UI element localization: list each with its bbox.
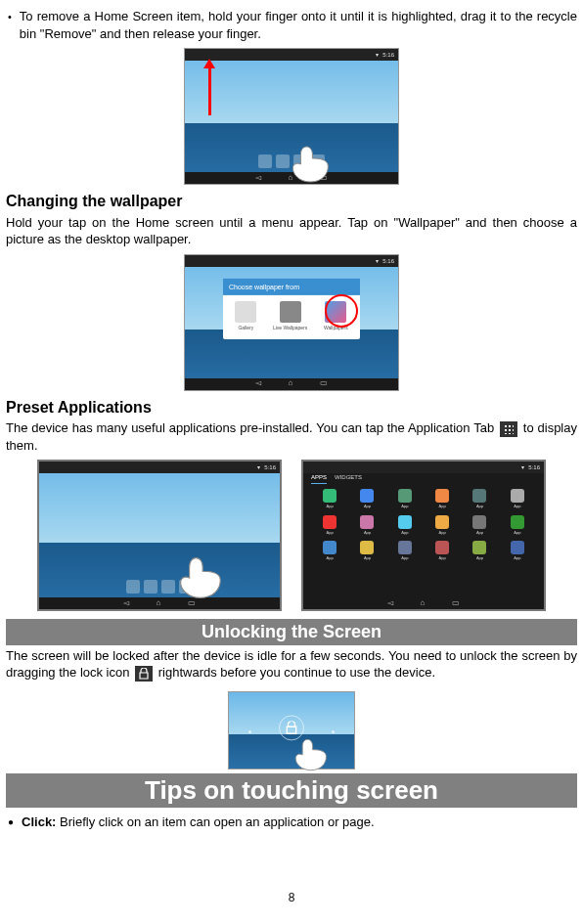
red-up-arrow xyxy=(208,66,211,115)
app-item: App xyxy=(388,489,422,508)
preset-text-before: The device has many useful applications … xyxy=(6,420,498,435)
unlocking-text-after: rightwards before you continue to use th… xyxy=(158,665,435,680)
apps-grid: App App App App App App App App App App … xyxy=(313,489,534,560)
dock-icon xyxy=(258,154,272,168)
recent-icon: ▭ xyxy=(452,598,460,609)
wallpaper-option-wallpapers: Wallpapers xyxy=(324,301,348,331)
app-item: App xyxy=(313,541,346,560)
wallpaper-option-live: Live Wallpapers xyxy=(273,301,307,331)
tip-click-label: Click: xyxy=(22,814,56,829)
status-time: 5:16 xyxy=(264,463,276,471)
tablet-status-bar: ▾ 5:16 xyxy=(185,255,398,267)
tablet-status-bar: ▾ 5:16 xyxy=(39,462,280,473)
gallery-icon xyxy=(235,301,256,323)
unlocking-text: The screen will be locked after the devi… xyxy=(6,647,577,682)
status-time: 5:16 xyxy=(382,257,394,265)
lock-screen-screenshot xyxy=(228,691,355,770)
wifi-icon: ▾ xyxy=(257,463,260,471)
finger-cursor-icon xyxy=(291,737,330,772)
dialog-title: Choose wallpaper from xyxy=(223,279,360,295)
tip-text: Click: Briefly click on an item can open… xyxy=(22,814,375,831)
choose-wallpaper-dialog: Choose wallpaper from Gallery Live Wallp… xyxy=(223,279,360,339)
home-screen-remove-screenshot: ▾ 5:16 ◅ ⌂ ▭ xyxy=(184,48,399,185)
tips-banner: Tips on touching screen xyxy=(6,773,577,808)
status-time: 5:16 xyxy=(528,463,540,471)
tablet-nav-bar: ◅ ⌂ ▭ xyxy=(303,597,544,609)
wifi-icon: ▾ xyxy=(376,257,379,265)
lock-dot-left xyxy=(248,730,251,733)
option-label: Gallery xyxy=(235,325,256,331)
option-label: Wallpapers xyxy=(324,325,348,331)
live-wallpapers-icon xyxy=(280,301,301,323)
remove-item-instruction: • To remove a Home Screen item, hold you… xyxy=(6,8,577,42)
wallpaper-option-gallery: Gallery xyxy=(235,301,256,331)
apps-tab-icon xyxy=(500,421,517,437)
app-item: App xyxy=(313,515,346,535)
unlocking-banner: Unlocking the Screen xyxy=(6,619,577,644)
wifi-icon: ▾ xyxy=(376,51,379,59)
app-item: App xyxy=(501,515,534,535)
wallpaper-dialog-screenshot: ▾ 5:16 Choose wallpaper from Gallery Liv… xyxy=(184,254,399,391)
back-icon: ◅ xyxy=(255,378,261,389)
home-icon: ⌂ xyxy=(157,598,161,609)
page-number: 8 xyxy=(6,890,577,905)
wallpapers-icon xyxy=(325,301,346,323)
app-item: App xyxy=(350,489,383,508)
apps-tabs: APPS WIDGETS xyxy=(311,473,362,483)
home-icon: ⌂ xyxy=(421,598,426,609)
tablet-nav-bar: ◅ ⌂ ▭ xyxy=(185,378,398,390)
app-item: App xyxy=(426,541,459,560)
bullet-filled-icon: ● xyxy=(8,815,14,831)
lock-icon xyxy=(286,721,297,734)
tip-click-text: Briefly click on an item can open an app… xyxy=(56,814,374,829)
wifi-icon: ▾ xyxy=(521,463,524,471)
app-item: App xyxy=(388,515,422,535)
preset-apps-text: The device has many useful applications … xyxy=(6,419,577,454)
dock-icon xyxy=(144,580,157,594)
dock-icon xyxy=(126,580,140,594)
tablet-status-bar: ▾ 5:16 xyxy=(303,462,544,473)
app-item: App xyxy=(463,515,496,535)
app-item: App xyxy=(463,541,496,560)
app-item: App xyxy=(501,541,534,560)
tip-click: ● Click: Briefly click on an item can op… xyxy=(6,814,577,831)
changing-wallpaper-heading: Changing the wallpaper xyxy=(6,191,577,212)
app-item: App xyxy=(350,515,383,535)
lock-dot-right xyxy=(332,730,335,733)
back-icon: ◅ xyxy=(387,598,393,609)
app-item: App xyxy=(501,489,534,508)
changing-wallpaper-text: Hold your tap on the Home screen until a… xyxy=(6,214,577,248)
app-item: App xyxy=(426,489,459,508)
tab-widgets: WIDGETS xyxy=(335,473,362,483)
preset-apps-heading: Preset Applications xyxy=(6,397,577,418)
app-item: App xyxy=(313,489,346,508)
finger-cursor-icon xyxy=(173,554,224,601)
apps-drawer-screenshot: ▾ 5:16 APPS WIDGETS App App App App App … xyxy=(301,460,546,611)
app-item: App xyxy=(426,515,459,535)
finger-cursor-icon xyxy=(287,145,332,184)
app-item: App xyxy=(463,489,496,508)
tablet-status-bar: ▾ 5:16 xyxy=(185,49,398,61)
app-item: App xyxy=(350,541,383,560)
status-time: 5:16 xyxy=(382,51,394,59)
lock-icon xyxy=(135,666,153,682)
option-label: Live Wallpapers xyxy=(273,325,307,331)
back-icon: ◅ xyxy=(255,173,261,184)
tab-apps: APPS xyxy=(311,473,327,483)
back-icon: ◅ xyxy=(123,598,129,609)
recent-icon: ▭ xyxy=(320,378,328,389)
home-tap-apps-screenshot: ▾ 5:16 ◅ ⌂ ▭ xyxy=(37,460,282,611)
app-item: App xyxy=(388,541,422,560)
home-icon: ⌂ xyxy=(289,378,293,389)
bullet-dot: • xyxy=(8,10,12,24)
remove-item-text: To remove a Home Screen item, hold your … xyxy=(20,8,577,42)
tablet-nav-bar: ◅ ⌂ ▭ xyxy=(39,597,280,609)
